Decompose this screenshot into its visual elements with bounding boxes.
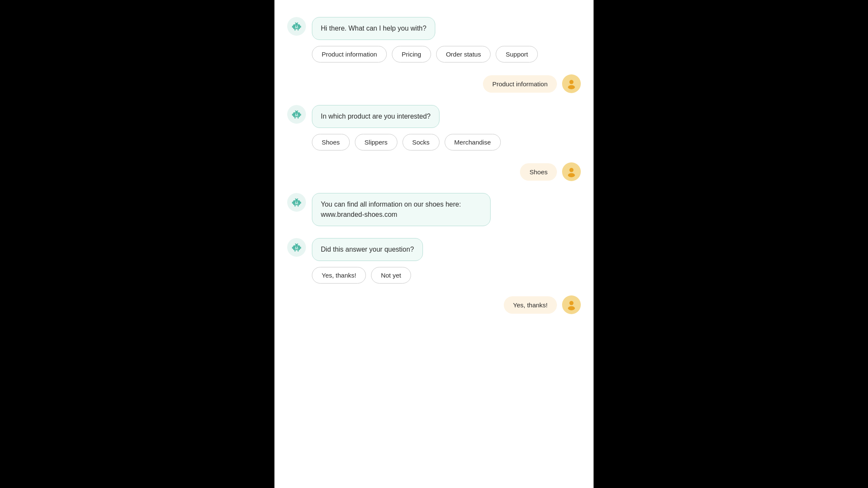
user-message-shoes: Shoes — [287, 162, 581, 181]
bot-message-answer: Did this answer your question? — [287, 238, 581, 261]
svg-point-31 — [297, 199, 298, 199]
svg-rect-19 — [294, 117, 295, 119]
svg-rect-15 — [297, 113, 298, 114]
svg-point-48 — [569, 301, 574, 305]
bot-icon — [291, 21, 302, 32]
option-merchandise[interactable]: Merchandise — [445, 134, 501, 150]
options-row-answer: Yes, thanks! Not yet — [312, 267, 581, 284]
svg-point-12 — [568, 85, 575, 89]
svg-point-30 — [295, 199, 296, 199]
chat-container: Hi there. What can I help you with? Prod… — [274, 0, 594, 488]
svg-rect-44 — [297, 250, 298, 252]
message-group-answer: Did this answer your question? Yes, than… — [287, 238, 581, 284]
bot-message-shoes-info: You can find all information on our shoe… — [287, 193, 581, 226]
svg-rect-10 — [295, 27, 298, 28]
svg-point-18 — [297, 111, 298, 111]
bot-bubble-product: In which product are you interested? — [312, 105, 440, 128]
svg-point-41 — [295, 244, 296, 244]
svg-rect-27 — [295, 201, 296, 202]
svg-point-42 — [297, 244, 298, 244]
svg-rect-8 — [292, 26, 293, 28]
svg-rect-38 — [295, 247, 296, 247]
svg-rect-13 — [293, 112, 300, 117]
svg-rect-14 — [295, 113, 296, 114]
user-bubble-shoes: Shoes — [520, 163, 557, 181]
bot-bubble-answer: Did this answer your question? — [312, 238, 423, 261]
svg-rect-46 — [300, 247, 301, 249]
bot-message-greeting: Hi there. What can I help you with? — [287, 17, 581, 40]
user-message-yes-thanks: Yes, thanks! — [287, 295, 581, 314]
svg-point-24 — [569, 168, 574, 172]
bot-avatar-4 — [287, 238, 306, 257]
svg-rect-36 — [295, 203, 298, 204]
svg-rect-7 — [297, 29, 298, 31]
option-support[interactable]: Support — [496, 46, 538, 62]
svg-rect-28 — [297, 201, 298, 202]
svg-rect-45 — [292, 247, 293, 249]
svg-rect-1 — [295, 26, 296, 26]
svg-rect-0 — [293, 24, 300, 29]
svg-point-4 — [295, 23, 296, 23]
svg-rect-2 — [297, 26, 298, 26]
options-row-greeting: Product information Pricing Order status… — [312, 46, 581, 62]
user-icon-3 — [566, 299, 577, 310]
svg-rect-39 — [297, 247, 298, 247]
option-order-status[interactable]: Order status — [436, 46, 491, 62]
user-bubble-product-info: Product information — [483, 75, 557, 93]
bot-icon-2 — [291, 109, 302, 120]
option-pricing[interactable]: Pricing — [392, 46, 431, 62]
option-product-information[interactable]: Product information — [312, 46, 387, 62]
svg-rect-43 — [294, 250, 295, 252]
svg-rect-32 — [294, 205, 295, 207]
svg-point-25 — [568, 173, 575, 177]
svg-rect-37 — [293, 245, 300, 250]
svg-rect-34 — [292, 201, 293, 204]
bot-message-product: In which product are you interested? — [287, 105, 581, 128]
svg-rect-33 — [297, 205, 298, 207]
bot-bubble-shoes-info: You can find all information on our shoe… — [312, 193, 491, 226]
svg-point-17 — [295, 111, 296, 111]
bot-icon-4 — [291, 242, 302, 253]
option-not-yet[interactable]: Not yet — [371, 267, 411, 284]
user-avatar-3 — [562, 295, 581, 314]
bot-avatar-2 — [287, 105, 306, 124]
user-message-product-info: Product information — [287, 74, 581, 93]
bot-bubble-greeting: Hi there. What can I help you with? — [312, 17, 435, 40]
user-icon-2 — [566, 166, 577, 177]
message-group-greeting: Hi there. What can I help you with? Prod… — [287, 17, 581, 62]
option-slippers[interactable]: Slippers — [355, 134, 397, 150]
options-row-product: Shoes Slippers Socks Merchandise — [312, 134, 581, 150]
bot-avatar-3 — [287, 193, 306, 212]
message-group-product: In which product are you interested? Sho… — [287, 105, 581, 150]
svg-point-49 — [568, 306, 575, 310]
svg-rect-47 — [295, 248, 298, 249]
svg-rect-35 — [300, 201, 301, 204]
svg-point-11 — [569, 80, 574, 84]
svg-rect-21 — [292, 113, 293, 116]
svg-rect-26 — [293, 200, 300, 205]
option-yes-thanks[interactable]: Yes, thanks! — [312, 267, 366, 284]
svg-rect-23 — [295, 115, 298, 116]
user-icon-1 — [566, 78, 577, 89]
svg-rect-22 — [300, 113, 301, 116]
user-avatar-1 — [562, 74, 581, 93]
bot-avatar — [287, 17, 306, 36]
svg-rect-20 — [297, 117, 298, 119]
option-shoes[interactable]: Shoes — [312, 134, 350, 150]
svg-point-5 — [297, 23, 298, 23]
user-avatar-2 — [562, 162, 581, 181]
svg-rect-9 — [300, 26, 301, 28]
option-socks[interactable]: Socks — [403, 134, 440, 150]
svg-rect-6 — [294, 29, 295, 31]
user-bubble-yes-thanks: Yes, thanks! — [504, 296, 557, 314]
bot-icon-3 — [291, 197, 302, 208]
message-group-shoes-info: You can find all information on our shoe… — [287, 193, 581, 226]
